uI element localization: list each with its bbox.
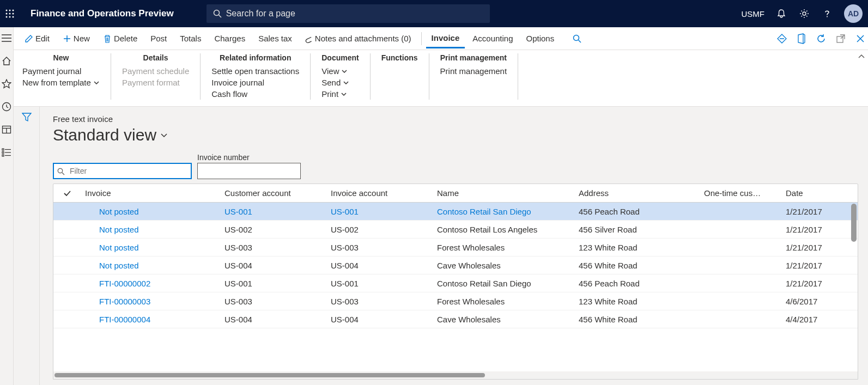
- cell-invoice-account[interactable]: US-004: [326, 261, 433, 270]
- ribbon-printmgmt-title: Print management: [440, 53, 507, 62]
- tab-options[interactable]: Options: [521, 29, 560, 47]
- cell-invoice-account[interactable]: US-001: [326, 207, 433, 216]
- svg-rect-19: [2, 152, 4, 154]
- cash-flow-button[interactable]: Cash flow: [211, 88, 299, 100]
- cell-name[interactable]: Contoso Retail Los Angeles: [433, 225, 574, 234]
- svg-point-4: [9, 13, 11, 15]
- cell-name[interactable]: Contoso Retail San Diego: [433, 207, 574, 216]
- invoice-journal-button[interactable]: Invoice journal: [211, 77, 299, 88]
- find-button[interactable]: [567, 32, 587, 45]
- cell-name[interactable]: Forest Wholesales: [433, 243, 574, 252]
- home-icon[interactable]: [0, 54, 13, 68]
- cell-name[interactable]: Contoso Retail San Diego: [433, 279, 574, 288]
- cell-name[interactable]: Cave Wholesales: [433, 315, 574, 324]
- cell-invoice[interactable]: FTI-00000003: [81, 297, 220, 306]
- bell-icon[interactable]: [775, 8, 787, 20]
- header-onetime[interactable]: One-time cus…: [700, 188, 781, 198]
- table-row[interactable]: FTI-00000002US-001US-001Contoso Retail S…: [53, 274, 858, 292]
- cell-name[interactable]: Cave Wholesales: [433, 261, 574, 270]
- modules-icon[interactable]: [0, 146, 13, 159]
- settle-open-button[interactable]: Settle open transactions: [211, 65, 299, 77]
- header-invoice[interactable]: Invoice: [81, 188, 220, 198]
- cell-invoice[interactable]: FTI-00000004: [81, 315, 220, 324]
- header-invoice-account[interactable]: Invoice account: [326, 188, 433, 198]
- close-icon[interactable]: [855, 33, 866, 44]
- print-button[interactable]: Print: [321, 88, 359, 100]
- cell-date: 1/21/2017: [781, 225, 858, 234]
- avatar[interactable]: AD: [844, 4, 863, 23]
- cell-customer[interactable]: US-004: [220, 261, 326, 270]
- cell-customer[interactable]: US-002: [220, 225, 326, 234]
- office-icon[interactable]: [796, 33, 807, 44]
- help-icon[interactable]: [821, 8, 833, 20]
- horizontal-scrollbar[interactable]: [54, 373, 485, 377]
- cell-invoice-account[interactable]: US-001: [326, 279, 433, 288]
- delete-button[interactable]: Delete: [98, 32, 143, 45]
- cell-invoice[interactable]: Not posted: [81, 207, 220, 216]
- edit-button[interactable]: Edit: [19, 32, 55, 45]
- cell-customer[interactable]: US-001: [220, 279, 326, 288]
- cell-customer[interactable]: US-001: [220, 207, 326, 216]
- cell-customer[interactable]: US-003: [220, 243, 326, 252]
- notes-button[interactable]: Notes and attachments (0): [300, 32, 417, 45]
- tab-invoice[interactable]: Invoice: [426, 29, 465, 48]
- new-button[interactable]: New: [57, 32, 95, 45]
- cell-customer[interactable]: US-004: [220, 315, 326, 324]
- totals-button[interactable]: Totals: [174, 32, 207, 45]
- table-row[interactable]: Not postedUS-003US-003Forest Wholesales1…: [53, 239, 858, 256]
- popout-icon[interactable]: [835, 33, 846, 44]
- app-launcher-icon[interactable]: [5, 9, 25, 18]
- cell-invoice[interactable]: Not posted: [81, 243, 220, 252]
- salestax-button[interactable]: Sales tax: [253, 32, 298, 45]
- vertical-scrollbar[interactable]: [851, 204, 857, 242]
- charges-button[interactable]: Charges: [209, 32, 251, 45]
- invoice-number-input[interactable]: [197, 163, 301, 179]
- search-box[interactable]: Search for a page: [207, 4, 490, 23]
- header-address[interactable]: Address: [574, 188, 700, 198]
- filter-pane-icon[interactable]: [22, 112, 32, 385]
- top-bar: Finance and Operations Preview Search fo…: [0, 0, 868, 27]
- svg-rect-17: [2, 149, 4, 150]
- new-from-template-button[interactable]: New from template: [22, 77, 100, 88]
- table-row[interactable]: Not postedUS-004US-004Cave Wholesales456…: [53, 256, 858, 274]
- cell-invoice[interactable]: Not posted: [81, 261, 220, 270]
- cell-customer[interactable]: US-003: [220, 297, 326, 306]
- cell-invoice-account[interactable]: US-004: [326, 315, 433, 324]
- print-management-button[interactable]: Print management: [440, 65, 507, 77]
- star-icon[interactable]: [0, 77, 13, 90]
- send-button[interactable]: Send: [321, 77, 359, 88]
- table-row[interactable]: FTI-00000004US-004US-004Cave Wholesales4…: [53, 310, 858, 328]
- payment-format-button: Payment format: [122, 77, 189, 88]
- payment-journal-button[interactable]: Payment journal: [22, 65, 100, 77]
- header-customer-account[interactable]: Customer account: [220, 188, 326, 198]
- personalize-icon[interactable]: [776, 33, 787, 44]
- trash-icon: [103, 34, 112, 43]
- ribbon-group-details: Details Payment schedule Payment format: [111, 53, 201, 100]
- cell-invoice-account[interactable]: US-003: [326, 297, 433, 306]
- view-button[interactable]: View: [321, 65, 359, 77]
- cell-invoice[interactable]: FTI-00000002: [81, 279, 220, 288]
- filter-input[interactable]: [53, 163, 192, 179]
- view-name[interactable]: Standard view: [53, 126, 858, 144]
- workspace-icon[interactable]: [0, 123, 13, 136]
- ribbon-group-functions: Functions: [371, 53, 429, 100]
- cell-name[interactable]: Forest Wholesales: [433, 297, 574, 306]
- tab-accounting[interactable]: Accounting: [467, 29, 518, 47]
- collapse-ribbon-icon[interactable]: [857, 52, 866, 61]
- header-date[interactable]: Date: [781, 188, 858, 198]
- clock-icon[interactable]: [0, 100, 13, 113]
- refresh-icon[interactable]: [816, 33, 827, 44]
- table-row[interactable]: Not postedUS-001US-001Contoso Retail San…: [53, 203, 858, 221]
- table-row[interactable]: FTI-00000003US-003US-003Forest Wholesale…: [53, 292, 858, 310]
- hamburger-icon[interactable]: [0, 32, 13, 45]
- cell-invoice-account[interactable]: US-003: [326, 243, 433, 252]
- header-name[interactable]: Name: [433, 188, 574, 198]
- cell-invoice-account[interactable]: US-002: [326, 225, 433, 234]
- legal-entity[interactable]: USMF: [742, 9, 765, 19]
- gear-icon[interactable]: [798, 8, 810, 20]
- cell-invoice[interactable]: Not posted: [81, 225, 220, 234]
- table-row[interactable]: Not postedUS-002US-002Contoso Retail Los…: [53, 221, 858, 239]
- select-all-checkbox[interactable]: [53, 189, 81, 198]
- cell-date: 1/21/2017: [781, 207, 858, 216]
- post-button[interactable]: Post: [145, 32, 172, 45]
